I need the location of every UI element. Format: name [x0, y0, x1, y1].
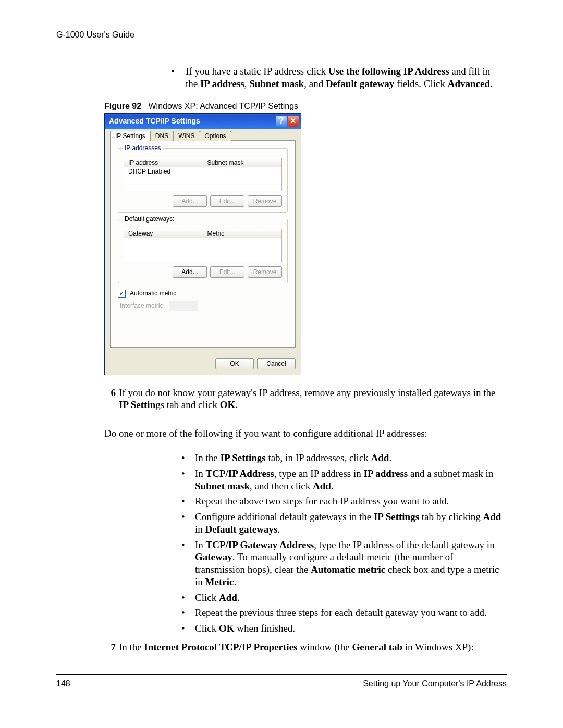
tab-panel-ip-settings: IP addresses IP address Subnet mask DHCP…: [110, 140, 296, 348]
tab-strip: IP Settings DNS WINS Options: [110, 131, 296, 141]
col-ip-address: IP address: [124, 158, 203, 167]
sub-bullet-list: • In the IP Settings tab, in IP addresse…: [181, 452, 501, 635]
list-item: • Repeat the above two steps for each IP…: [181, 495, 501, 508]
col-subnet-mask: Subnet mask: [203, 158, 282, 167]
dialog-titlebar[interactable]: Advanced TCP/IP Settings ? ✕: [105, 114, 301, 129]
cancel-button[interactable]: Cancel: [257, 358, 296, 369]
list-item: • In the IP Settings tab, in IP addresse…: [181, 452, 501, 464]
tab-wins[interactable]: WINS: [173, 131, 200, 141]
page-footer: 148 Setting up Your Computer's IP Addres…: [56, 674, 507, 688]
tab-ip-settings[interactable]: IP Settings: [110, 131, 151, 141]
page-header: G-1000 User's Guide: [56, 30, 507, 44]
automatic-metric-label: Automatic metric: [130, 290, 176, 297]
gw-edit-button[interactable]: Edit...: [210, 266, 244, 278]
group-default-gateways: Default gateways: Gateway Metric Add... …: [118, 219, 288, 283]
dialog-title: Advanced TCP/IP Settings: [109, 117, 200, 125]
ip-address-list[interactable]: IP address Subnet mask DHCP Enabled: [124, 158, 282, 191]
list-item: • In TCP/IP Gateway Address, type the IP…: [181, 539, 501, 588]
group-gw-legend: Default gateways:: [123, 215, 176, 223]
list-item: • Click Add.: [181, 591, 501, 604]
list-row-dhcp[interactable]: DHCP Enabled: [124, 167, 282, 176]
col-gateway: Gateway: [124, 229, 203, 238]
tab-options[interactable]: Options: [200, 131, 231, 141]
help-icon[interactable]: ?: [276, 116, 287, 127]
configure-para: Do one or more of the following if you w…: [104, 428, 501, 439]
step-7: 7 In the Internet Protocol TCP/IP Proper…: [104, 641, 501, 653]
interface-metric-label: Interface metric:: [120, 302, 165, 310]
list-item: • In TCP/IP Address, type an IP address …: [181, 467, 501, 492]
ip-edit-button[interactable]: Edit...: [210, 195, 244, 207]
group-ip-legend: IP addresses: [123, 144, 163, 152]
figure-caption: Figure 92 Windows XP: Advanced TCP/IP Se…: [104, 102, 507, 111]
group-ip-addresses: IP addresses IP address Subnet mask DHCP…: [118, 148, 288, 213]
gateway-list[interactable]: Gateway Metric: [124, 229, 282, 262]
list-item: • Configure additional default gateways …: [181, 511, 501, 536]
close-icon[interactable]: ✕: [288, 116, 299, 127]
advanced-tcpip-dialog: Advanced TCP/IP Settings ? ✕ IP Settings…: [104, 113, 301, 375]
list-item: • Click OK when finished.: [181, 622, 501, 635]
interface-metric-input: [169, 301, 198, 311]
page-number: 148: [56, 679, 70, 688]
list-item: • Repeat the previous three steps for ea…: [181, 607, 501, 619]
automatic-metric-checkbox[interactable]: ✔: [118, 290, 126, 298]
footer-section: Setting up Your Computer's IP Address: [363, 679, 507, 688]
gw-remove-button[interactable]: Remove: [248, 266, 282, 278]
gw-add-button[interactable]: Add...: [173, 266, 207, 278]
ip-remove-button[interactable]: Remove: [248, 195, 282, 207]
col-metric: Metric: [203, 229, 282, 238]
tab-dns[interactable]: DNS: [150, 131, 174, 141]
intro-bullet: • If you have a static IP address click …: [171, 65, 501, 90]
step-6: 6 If you do not know your gateway's IP a…: [104, 387, 501, 412]
ip-add-button[interactable]: Add...: [173, 195, 207, 207]
ok-button[interactable]: OK: [215, 358, 254, 369]
